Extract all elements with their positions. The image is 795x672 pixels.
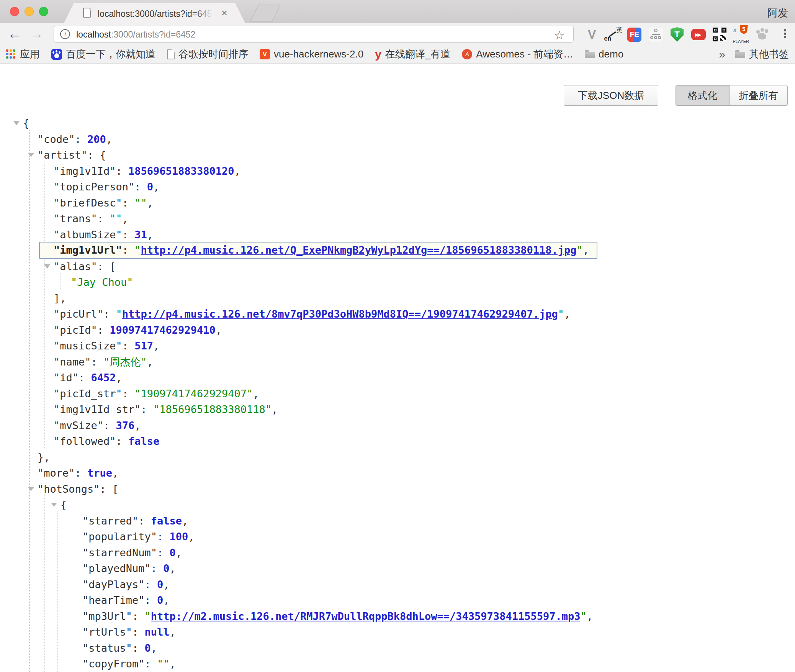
json-token: : — [157, 547, 170, 559]
json-token: , — [216, 324, 222, 336]
json-link[interactable]: http://m2.music.126.net/RMJR7wDullRqppBk… — [151, 610, 581, 622]
json-token: { — [23, 117, 29, 129]
profile-name[interactable]: 阿发 — [767, 6, 788, 20]
url-text[interactable]: localhost:3000/artists?id=6452 — [76, 29, 195, 40]
json-view: {"code": 200,"artist": {"img1v1Id": 1856… — [0, 115, 795, 672]
close-window-button[interactable] — [10, 7, 19, 16]
minimize-window-button[interactable] — [25, 7, 34, 16]
json-token: : — [122, 244, 135, 256]
json-token: 100 — [170, 531, 188, 543]
vue-devtools-icon[interactable]: V — [581, 25, 603, 44]
page-icon — [167, 49, 175, 59]
json-token: , — [153, 340, 159, 352]
json-link[interactable]: http://p4.music.126.net/8mv7qP30Pd3oHW8b… — [122, 308, 558, 320]
bookmark-star-icon[interactable]: ☆ — [554, 28, 565, 43]
video-speed-icon[interactable]: ▶▶ — [688, 25, 709, 44]
json-token: " — [580, 610, 586, 622]
bookmark-vue-hackernews[interactable]: V vue-hackernews-2.0 — [260, 48, 363, 60]
collapse-toggle-icon[interactable] — [44, 264, 50, 269]
json-token: : — [103, 420, 116, 431]
sitemap-icon[interactable] — [645, 25, 667, 44]
zoom-window-button[interactable] — [39, 7, 48, 16]
browser-menu-icon[interactable] — [784, 28, 787, 41]
json-token: "popularity" — [82, 531, 157, 543]
folder-icon — [735, 52, 745, 58]
new-tab-button[interactable] — [250, 5, 280, 21]
qrcode-icon[interactable] — [709, 25, 730, 44]
json-token: , — [170, 658, 176, 670]
tab-close-icon[interactable]: × — [219, 7, 230, 19]
translate-icon[interactable]: en 英 — [603, 25, 624, 44]
json-token: "picUrl" — [54, 308, 103, 320]
json-line: { — [0, 115, 795, 131]
forward-icon[interactable]: → — [30, 25, 44, 42]
json-token: , — [153, 181, 159, 193]
json-token: "19097417462929407" — [134, 388, 253, 400]
tab-strip: localhost:3000/artists?id=645 × 阿发 — [0, 0, 795, 23]
address-bar[interactable]: i localhost:3000/artists?id=6452 ☆ — [54, 26, 574, 43]
json-token: , — [188, 531, 194, 543]
json-line: "id": 6452, — [0, 370, 795, 386]
format-button[interactable]: 格式化 — [676, 85, 729, 105]
json-token: "status" — [82, 642, 132, 654]
json-line: "status": 0, — [0, 640, 795, 656]
json-line: "dayPlays": 0, — [0, 577, 795, 593]
json-token: ], — [54, 292, 66, 304]
extension-strip: V en 英 FE T ▶▶ s 5 PLAYER — [581, 25, 773, 44]
json-token: : — [122, 340, 135, 352]
vue-icon: V — [260, 49, 270, 59]
json-token: : — [122, 388, 135, 400]
bookmark-demo-folder[interactable]: demo — [585, 48, 623, 60]
collapse-toggle-icon[interactable] — [28, 487, 34, 491]
json-line: "albumSize": 31, — [0, 227, 795, 243]
json-token: : — [134, 181, 147, 193]
json-token: }, — [38, 451, 50, 463]
bookmark-youdao[interactable]: y 在线翻译_有道 — [375, 48, 450, 61]
url-host: localhost — [76, 30, 111, 39]
collapse-toggle-icon[interactable] — [51, 503, 57, 507]
json-token: : — [132, 610, 145, 622]
download-json-button[interactable]: 下载JSON数据 — [564, 85, 658, 106]
html5-player-icon[interactable]: s 5 PLAYER — [730, 25, 752, 44]
paw-icon[interactable] — [752, 25, 773, 44]
tampermonkey-icon[interactable]: T — [666, 25, 688, 44]
json-token: : — [75, 133, 88, 145]
collapse-toggle-icon[interactable] — [28, 153, 34, 157]
json-token: : — [145, 579, 157, 590]
bookmark-apps[interactable]: 应用 — [6, 48, 40, 61]
json-token: : — [122, 229, 135, 241]
other-bookmarks[interactable]: 其他书签 — [735, 48, 789, 61]
json-line: "mp3Url": "http://m2.music.126.net/RMJR7… — [0, 608, 795, 624]
json-token: " — [576, 244, 582, 256]
json-token: : — [116, 435, 129, 447]
json-token: , — [134, 420, 141, 431]
json-line: "alias": [ — [0, 259, 795, 275]
json-token: : — [141, 403, 154, 415]
apps-grid-icon — [6, 49, 16, 59]
json-token: "img1v1Id_str" — [54, 403, 141, 415]
json-token: , — [147, 356, 153, 368]
json-line: "followed": false — [0, 433, 795, 449]
json-line: "img1v1Id": 18569651883380120, — [0, 163, 795, 179]
collapse-all-button[interactable]: 折叠所有 — [729, 85, 787, 105]
json-token: , — [176, 547, 182, 559]
json-token: false — [128, 435, 159, 447]
json-token: , — [116, 372, 122, 384]
active-tab[interactable]: localhost:3000/artists?id=645 × — [64, 3, 245, 23]
bookmark-awesomes[interactable]: A Awesomes - 前端资… — [462, 48, 573, 61]
json-line: "hotSongs": [ — [0, 481, 795, 497]
json-token: "picId_str" — [54, 388, 122, 400]
fehelper-icon[interactable]: FE — [624, 25, 645, 44]
bookmark-baidu[interactable]: 百度一下，你就知道 — [51, 48, 155, 61]
json-token: , — [564, 308, 570, 320]
json-token: , — [163, 594, 169, 606]
browser-window: localhost:3000/artists?id=645 × 阿发 ← → i… — [0, 0, 795, 672]
json-link[interactable]: http://p4.music.126.net/Q_ExePNkmgB2yWyL… — [141, 244, 577, 256]
bookmarks-overflow-icon[interactable]: » — [719, 48, 725, 61]
json-token: " — [134, 244, 141, 256]
json-token: 0 — [157, 594, 163, 606]
collapse-toggle-icon[interactable] — [13, 121, 20, 125]
back-icon[interactable]: ← — [8, 25, 21, 42]
site-info-icon[interactable]: i — [60, 29, 70, 39]
bookmark-google-sort[interactable]: 谷歌按时间排序 — [167, 48, 248, 61]
